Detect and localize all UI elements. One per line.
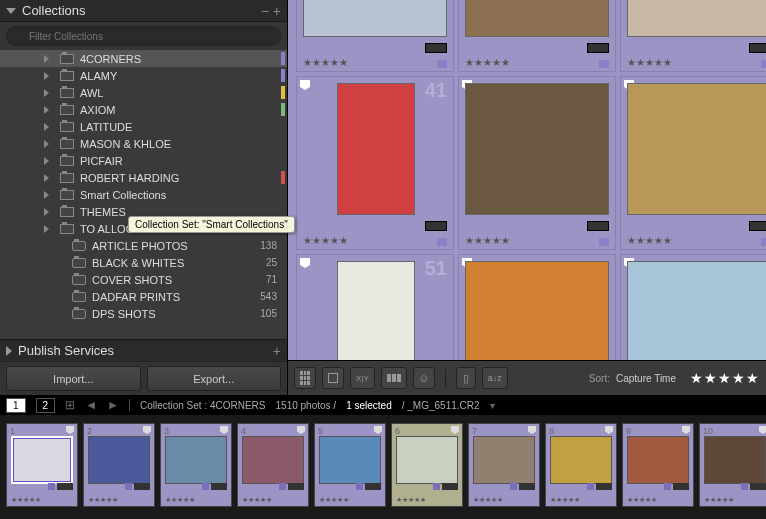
tooltip: Collection Set: "Smart Collections" bbox=[128, 216, 295, 233]
collection-item[interactable]: MASON & KHLOE bbox=[0, 135, 287, 152]
publish-title: Publish Services bbox=[18, 343, 273, 358]
panel-title: Collections bbox=[22, 3, 257, 18]
filmstrip-thumbnail[interactable]: 5★★★★★ bbox=[314, 423, 386, 507]
prev-icon[interactable]: ◄ bbox=[85, 398, 97, 412]
grid-toolbar: X|Y ☺ ▯ a↓z Sort: Capture Time ★★★★★ bbox=[288, 360, 766, 395]
grid-cell[interactable]: ★★★★★ bbox=[620, 0, 766, 72]
filmstrip-thumbnail[interactable]: 8★★★★★ bbox=[545, 423, 617, 507]
filmstrip-thumbnail[interactable]: 9★★★★★ bbox=[622, 423, 694, 507]
filmstrip[interactable]: 1★★★★★2★★★★★3★★★★★4★★★★★5★★★★★6★★★★★7★★★… bbox=[0, 415, 766, 519]
grid-cell[interactable]: ★★★★★ bbox=[458, 0, 616, 72]
expand-icon bbox=[6, 346, 12, 356]
filmstrip-thumbnail[interactable]: 10★★★★★ bbox=[699, 423, 766, 507]
survey-view-button[interactable] bbox=[381, 367, 407, 389]
info-bar: 1 2 ⊞ ◄ ► Collection Set : 4CORNERS 1510… bbox=[0, 395, 766, 415]
filmstrip-thumbnail[interactable]: 1★★★★★ bbox=[6, 423, 78, 507]
collection-item[interactable]: BLACK & WHITES25 bbox=[0, 254, 287, 271]
collection-item[interactable]: LATITUDE bbox=[0, 118, 287, 135]
grid-cell[interactable]: 42★★★★★ bbox=[458, 76, 616, 250]
page-2-button[interactable]: 2 bbox=[36, 398, 56, 413]
import-button[interactable]: Import... bbox=[6, 366, 141, 391]
sort-direction-button[interactable]: a↓z bbox=[482, 367, 508, 389]
collection-item[interactable]: AWL bbox=[0, 84, 287, 101]
collection-item[interactable]: AXIOM bbox=[0, 101, 287, 118]
publish-services-header[interactable]: Publish Services + bbox=[0, 339, 287, 361]
plus-icon[interactable]: + bbox=[273, 3, 281, 19]
filmstrip-thumbnail[interactable]: 7★★★★★ bbox=[468, 423, 540, 507]
painter-tool-button[interactable]: ▯ bbox=[456, 367, 476, 389]
collection-path: Collection Set : 4CORNERS bbox=[140, 400, 266, 411]
collection-item[interactable]: ROBERT HARDING bbox=[0, 169, 287, 186]
filter-collections-input[interactable] bbox=[6, 26, 281, 46]
grid-nav-icon[interactable]: ⊞ bbox=[65, 398, 75, 412]
filmstrip-thumbnail[interactable]: 3★★★★★ bbox=[160, 423, 232, 507]
collection-item[interactable]: COVER SHOTS71 bbox=[0, 271, 287, 288]
grid-cell[interactable]: 53 bbox=[620, 254, 766, 360]
filmstrip-thumbnail[interactable]: 4★★★★★ bbox=[237, 423, 309, 507]
collections-panel-header[interactable]: Collections − + bbox=[0, 0, 287, 22]
people-view-button[interactable]: ☺ bbox=[413, 367, 435, 389]
grid-cell[interactable]: 43★★★★★ bbox=[620, 76, 766, 250]
grid-cell[interactable]: ★★★★★ bbox=[296, 0, 454, 72]
collections-list: 4CORNERSALAMYAWLAXIOMLATITUDEMASON & KHL… bbox=[0, 50, 287, 339]
export-button[interactable]: Export... bbox=[147, 366, 282, 391]
collection-item[interactable]: DPS SHOTS105 bbox=[0, 305, 287, 322]
compare-view-button[interactable]: X|Y bbox=[350, 367, 375, 389]
collection-item[interactable]: DADFAR PRINTS543 bbox=[0, 288, 287, 305]
collection-item[interactable]: ALAMY bbox=[0, 67, 287, 84]
selected-count: 1 selected bbox=[346, 400, 392, 411]
current-filename: / _MG_6511.CR2 bbox=[402, 400, 480, 411]
plus-icon[interactable]: + bbox=[273, 343, 281, 359]
loupe-view-button[interactable] bbox=[322, 367, 344, 389]
collapse-icon bbox=[6, 8, 16, 14]
thumbnail-grid: ★★★★★★★★★★★★★★★41★★★★★42★★★★★43★★★★★5152… bbox=[288, 0, 766, 360]
grid-cell[interactable]: 51 bbox=[296, 254, 454, 360]
filmstrip-thumbnail[interactable]: 6★★★★★ bbox=[391, 423, 463, 507]
next-icon[interactable]: ► bbox=[107, 398, 119, 412]
grid-view-button[interactable] bbox=[294, 367, 316, 389]
sort-value[interactable]: Capture Time bbox=[616, 373, 676, 384]
grid-cell[interactable]: 52 bbox=[458, 254, 616, 360]
photo-count: 1510 photos / bbox=[276, 400, 337, 411]
filmstrip-thumbnail[interactable]: 2★★★★★ bbox=[83, 423, 155, 507]
collection-item[interactable]: PICFAIR bbox=[0, 152, 287, 169]
collection-item[interactable]: 4CORNERS bbox=[0, 50, 287, 67]
minus-icon[interactable]: − bbox=[261, 3, 269, 19]
collection-item[interactable]: ARTICLE PHOTOS138 bbox=[0, 237, 287, 254]
rating-filter[interactable]: ★★★★★ bbox=[690, 370, 760, 386]
collection-item[interactable]: Smart Collections bbox=[0, 186, 287, 203]
grid-cell[interactable]: 41★★★★★ bbox=[296, 76, 454, 250]
page-1-button[interactable]: 1 bbox=[6, 398, 26, 413]
sort-label: Sort: bbox=[589, 373, 610, 384]
